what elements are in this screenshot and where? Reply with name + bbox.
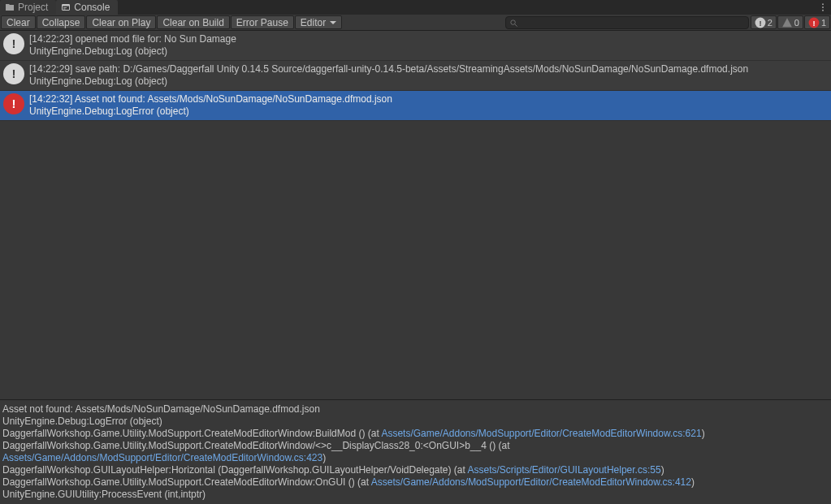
info-icon: !	[3, 33, 24, 54]
editor-dropdown[interactable]: Editor	[295, 15, 342, 29]
error-pause-button[interactable]: Error Pause	[231, 15, 294, 29]
error-count-toggle[interactable]: ! 1	[804, 15, 830, 29]
search-input[interactable]	[505, 16, 749, 29]
kebab-icon	[819, 2, 827, 12]
console-icon	[61, 2, 71, 12]
svg-text:!: !	[12, 97, 16, 110]
stack-line: Asset not found: Assets/Mods/NoSunDamage…	[2, 403, 829, 416]
log-message: [14:22:29] save path: D:/Games/Daggerfal…	[29, 63, 748, 75]
stack-line: UnityEngine.GUIUtility:ProcessEvent (int…	[2, 489, 829, 501]
clear-on-play-button[interactable]: Clear on Play	[86, 15, 156, 29]
svg-rect-1	[63, 5, 70, 6]
warn-count: 0	[794, 18, 799, 28]
folder-icon	[5, 2, 15, 12]
source-link[interactable]: Assets/Game/Addons/ModSupport/Editor/Cre…	[2, 452, 322, 463]
svg-text:!: !	[759, 19, 761, 27]
tab-project[interactable]: Project	[0, 0, 56, 15]
svg-text:!: !	[812, 19, 815, 27]
error-count: 1	[821, 18, 826, 28]
log-message: [14:22:23] opened mod file for: No Sun D…	[29, 33, 236, 45]
svg-point-6	[822, 10, 824, 11]
error-icon: !	[808, 17, 820, 28]
info-count-toggle[interactable]: ! 2	[751, 15, 777, 29]
collapse-button[interactable]: Collapse	[37, 15, 86, 29]
console-log-area: ! [14:22:23] opened mod file for: No Sun…	[0, 31, 831, 504]
console-toolbar: Clear Collapse Clear on Play Clear on Bu…	[0, 15, 831, 31]
info-icon: !	[3, 63, 24, 84]
svg-point-5	[822, 6, 824, 8]
svg-text:!: !	[12, 67, 16, 80]
tab-label: Console	[74, 2, 110, 13]
svg-line-8	[515, 24, 517, 26]
log-entry[interactable]: ! [14:22:23] opened mod file for: No Sun…	[0, 31, 831, 61]
stack-line: UnityEngine.Debug:LogError (object)	[2, 416, 829, 428]
search-icon	[509, 19, 518, 28]
stack-line: DaggerfallWorkshop.Game.Utility.ModSuppo…	[2, 428, 829, 440]
svg-text:!: !	[12, 37, 16, 50]
log-message: [14:22:32] Asset not found: Assets/Mods/…	[29, 93, 392, 106]
log-entry[interactable]: ! [14:22:29] save path: D:/Games/Daggerf…	[0, 61, 831, 91]
clear-button[interactable]: Clear	[1, 15, 36, 29]
source-link[interactable]: Assets/Game/Addons/ModSupport/Editor/Cre…	[371, 476, 691, 488]
error-icon: !	[3, 93, 24, 114]
stack-line: DaggerfallWorkshop.Game.Utility.ModSuppo…	[2, 440, 829, 464]
svg-point-7	[510, 19, 515, 24]
info-icon: !	[755, 17, 766, 28]
tab-label: Project	[18, 2, 48, 13]
clear-on-build-button[interactable]: Clear on Build	[157, 15, 229, 29]
tab-console[interactable]: Console	[56, 0, 118, 15]
stack-trace-panel[interactable]: Asset not found: Assets/Mods/NoSunDamage…	[0, 399, 831, 504]
warning-icon	[781, 17, 793, 28]
info-count: 2	[768, 18, 773, 28]
svg-point-4	[822, 3, 824, 5]
log-origin: UnityEngine.Debug:Log (object)	[29, 45, 236, 58]
window-menu-button[interactable]	[815, 0, 831, 15]
stack-line: DaggerfallWorkshop.GUILayoutHelper:Horiz…	[2, 464, 829, 476]
source-link[interactable]: Assets/Scripts/Editor/GUILayoutHelper.cs…	[468, 464, 661, 476]
log-entry[interactable]: ! [14:22:32] Asset not found: Assets/Mod…	[0, 91, 831, 121]
log-origin: UnityEngine.Debug:Log (object)	[29, 75, 748, 88]
log-origin: UnityEngine.Debug:LogError (object)	[29, 106, 392, 118]
stack-line: DaggerfallWorkshop.Game.Utility.ModSuppo…	[2, 476, 829, 489]
source-link[interactable]: Assets/Game/Addons/ModSupport/Editor/Cre…	[381, 428, 701, 439]
warn-count-toggle[interactable]: 0	[777, 15, 803, 29]
